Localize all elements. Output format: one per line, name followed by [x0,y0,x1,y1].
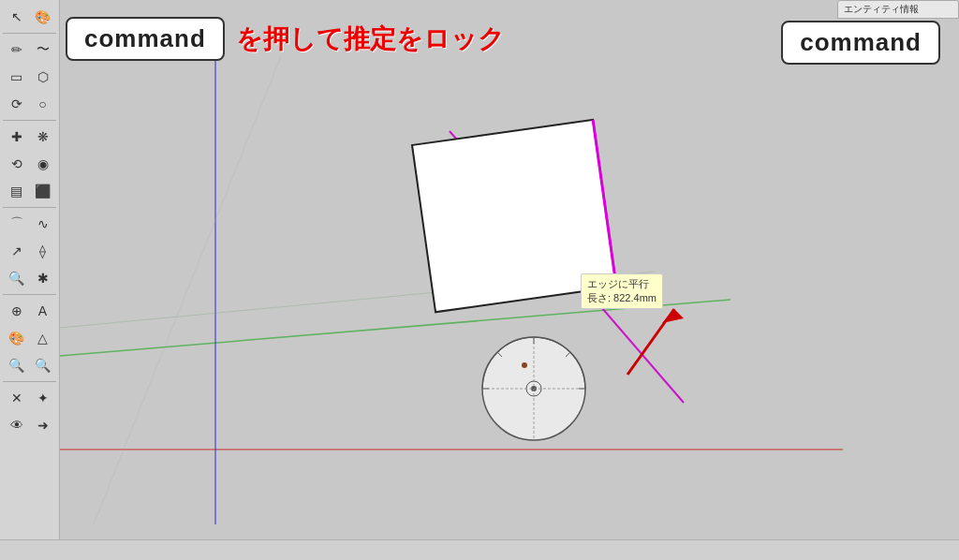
command-badge-left: command [66,17,225,61]
svg-point-18 [522,362,527,368]
tool-protractor[interactable]: ∿ [30,211,56,237]
tool-polygon[interactable]: ⬡ [30,64,56,90]
tool-arc[interactable]: ⟳ [4,91,30,117]
command-badge-right: command [781,21,940,65]
tool-position[interactable]: ➜ [30,412,56,438]
svg-line-5 [94,56,281,524]
tool-dim[interactable]: ⟠ [30,238,56,264]
top-right-command-area: command [781,21,940,65]
tool-rotate[interactable]: ❋ [30,124,56,150]
left-toolbar: ↖ 🎨 ✏ 〜 ▭ ⬡ ⟳ ○ ✚ ❋ ⟲ ◉ ▤ ⬛ ⌒ ∿ ↗ ⟠ 🔍 ✱ … [0,0,60,560]
tool-line[interactable]: ✏ [4,37,30,63]
tool-zoom-in[interactable]: △ [30,325,56,351]
tool-tape[interactable]: ⌒ [4,211,30,237]
tool-lookaround[interactable]: ✦ [30,385,56,411]
axis-lines [0,0,959,560]
tool-section[interactable]: 👁 [4,412,30,438]
hint-text: を押して推定をロック [236,22,505,57]
tool-3dtext[interactable]: ✱ [30,265,56,291]
tool-scale[interactable]: ⟲ [4,151,30,177]
tool-pan[interactable]: 🎨 [4,325,30,351]
tool-offset[interactable]: ⬛ [30,178,56,204]
tool-circle[interactable]: ○ [30,91,56,117]
top-overlay: command を押して推定をロック [66,17,505,61]
tool-select[interactable]: ↖ [4,4,30,30]
tool-axes[interactable]: ↗ [4,238,30,264]
tool-orbit[interactable]: ⊕ [4,298,30,324]
status-bar [0,539,959,560]
tool-text2[interactable]: A [30,298,56,324]
svg-marker-20 [662,309,684,323]
canvas-area[interactable] [0,0,959,560]
tool-rect[interactable]: ▭ [4,64,30,90]
entity-info-panel: エンティティ情報 [837,0,959,19]
tool-move[interactable]: ✚ [4,124,30,150]
tool-zoom[interactable]: 🔍 [4,352,30,378]
tool-zoom-ext[interactable]: 🔍 [30,352,56,378]
tool-followme[interactable]: ▤ [4,178,30,204]
tool-freehand[interactable]: 〜 [30,37,56,63]
tool-paint[interactable]: 🎨 [30,4,56,30]
tooltip-line1: エッジに平行 [587,277,657,291]
tool-walk[interactable]: ✕ [4,385,30,411]
tool-push[interactable]: ◉ [30,151,56,177]
edge-tooltip: エッジに平行 長さ: 822.4mm [581,273,663,309]
tool-text[interactable]: 🔍 [4,265,30,291]
tooltip-line2: 長さ: 822.4mm [587,291,657,305]
entity-info-label: エンティティ情報 [844,4,919,14]
